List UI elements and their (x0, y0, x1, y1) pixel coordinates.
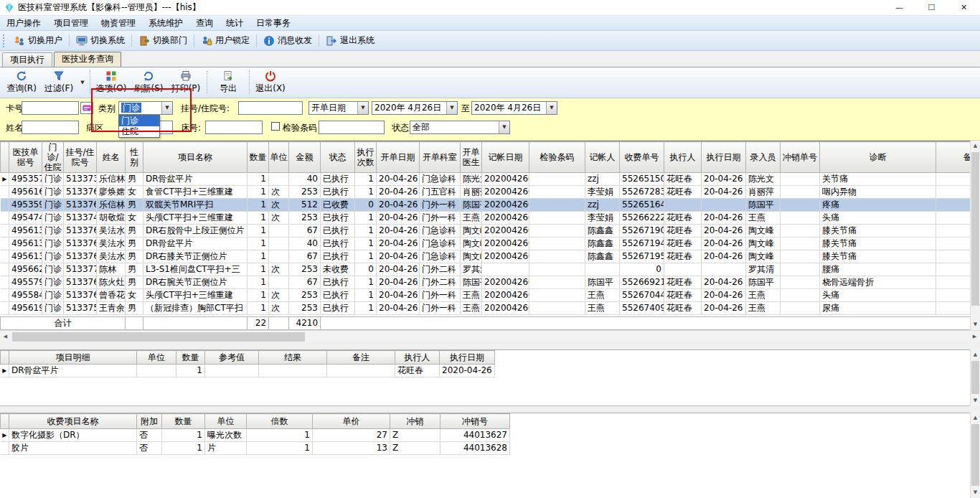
column-header[interactable]: 诊断 (820, 142, 936, 173)
column-header[interactable]: 单价 (313, 414, 390, 429)
cell[interactable]: 1 (248, 238, 269, 250)
cell[interactable]: 55267190 (620, 225, 664, 238)
cell[interactable] (936, 186, 971, 199)
cell[interactable]: 膝关节痛 (820, 225, 936, 238)
cell[interactable]: 男 (126, 250, 143, 263)
cell[interactable]: 55267044 (620, 289, 664, 302)
column-header[interactable]: 参考值 (205, 351, 259, 365)
column-header[interactable]: 记帐人 (585, 142, 620, 173)
cell[interactable]: 202004260 (482, 186, 529, 199)
cell[interactable]: 1 (248, 289, 269, 302)
cell[interactable]: 20-04-26 (702, 250, 746, 263)
cell[interactable]: 王燕 (461, 289, 482, 302)
cell[interactable]: 花旺春 (664, 276, 702, 289)
cell[interactable]: 253 (289, 212, 321, 225)
scroll-down-icon[interactable]: ▼ (971, 319, 980, 330)
date-to-picker[interactable]: 2020年 4月26日 ▼ (471, 101, 557, 115)
menu-query[interactable]: 查询 (189, 16, 220, 31)
scroll-down-icon[interactable]: ▼ (971, 395, 980, 406)
scroll-left-icon[interactable]: ◀ (0, 332, 11, 342)
cell[interactable] (781, 173, 820, 186)
chevron-down-icon[interactable]: ▼ (499, 121, 509, 133)
filter-button[interactable]: 过滤(F) (40, 68, 77, 97)
cell[interactable]: 王青余 (97, 302, 126, 315)
cell[interactable]: 女 (126, 289, 143, 302)
cell[interactable]: 1 (247, 429, 313, 442)
cell[interactable]: 202004260 (482, 238, 529, 250)
cell[interactable]: 陈鑫鑫 (585, 238, 620, 250)
cell[interactable]: 花旺春 (664, 250, 702, 263)
cell[interactable]: 2020-04-26 (440, 365, 495, 377)
cell[interactable]: 20-04-26 (377, 302, 420, 315)
cell[interactable]: 花旺春 (664, 238, 702, 250)
cell[interactable]: 花旺春 (395, 365, 440, 377)
table-row[interactable]: 4954741门诊5133749胡敬煊女头颅CT平扫+三维重建1次253已执行1… (1, 212, 971, 225)
cell[interactable]: 门急诊科 (420, 225, 461, 238)
column-header[interactable]: 结果 (259, 351, 327, 365)
cell[interactable]: 陈林 (97, 263, 126, 276)
cell[interactable]: 男 (126, 199, 143, 212)
scroll-up-icon[interactable]: ▲ (971, 413, 980, 423)
cell[interactable]: 乐信林 (97, 173, 126, 186)
cell[interactable]: 20-04-26 (377, 173, 420, 186)
cell[interactable]: 0 (620, 263, 664, 276)
cell[interactable] (781, 199, 820, 212)
cell[interactable] (269, 238, 289, 250)
cell[interactable]: 次 (269, 289, 289, 302)
menu-daily-affairs[interactable]: 日常事务 (250, 16, 297, 31)
column-header[interactable]: 单位 (137, 351, 176, 365)
column-header[interactable]: 门诊/住院 (42, 142, 64, 173)
column-header[interactable]: 录入员 (746, 142, 781, 173)
cell[interactable]: 4953578 (9, 173, 42, 186)
cell[interactable]: 陈国平 (746, 199, 781, 212)
cell[interactable] (936, 173, 971, 186)
cell[interactable]: 门外一科 (420, 302, 461, 315)
cell[interactable] (936, 250, 971, 263)
cell[interactable]: 4956133 (9, 225, 42, 238)
cell[interactable] (781, 238, 820, 250)
cell[interactable] (529, 225, 585, 238)
cell[interactable]: 门外一科 (420, 199, 461, 212)
cell[interactable]: 1 (355, 289, 377, 302)
cell[interactable]: 67 (289, 250, 321, 263)
cell[interactable] (936, 276, 971, 289)
cell[interactable] (529, 276, 585, 289)
column-header[interactable]: 开单日期 (377, 142, 420, 173)
cell[interactable]: 20-04-26 (377, 276, 420, 289)
cell[interactable]: 20-04-26 (702, 186, 746, 199)
cell[interactable]: 门诊 (42, 250, 64, 263)
cell[interactable]: 253 (289, 186, 321, 199)
column-header[interactable]: 数量 (248, 142, 269, 173)
column-header[interactable]: 项目明细 (9, 351, 137, 365)
cell[interactable]: 王燕 (461, 302, 482, 315)
cell[interactable]: 吴法水 (97, 250, 126, 263)
category-combobox[interactable]: 门诊 ▼ (118, 101, 173, 115)
column-header[interactable]: 执行人 (395, 351, 440, 365)
cell[interactable]: 陈国平 (461, 276, 482, 289)
scroll-right-icon[interactable]: ▶ (969, 332, 980, 342)
cell[interactable]: 头颅CT平扫+三维重建 (143, 289, 248, 302)
cell[interactable]: 腰痛 (820, 263, 936, 276)
table-row[interactable]: 4956135门诊5133764吴法水男DR右膝关节正侧位片167已执行120-… (1, 250, 971, 263)
cell[interactable]: 13 (313, 442, 390, 455)
cell[interactable]: 门外二科 (420, 276, 461, 289)
dropdown-option-inpatient[interactable]: 住院 (119, 126, 159, 137)
cell[interactable] (781, 212, 820, 225)
cell[interactable]: 门诊 (42, 238, 64, 250)
table-row[interactable]: 4956629门诊5133777陈林男L3-S1椎间盘CT平扫+三1次253未收… (1, 263, 971, 276)
column-header[interactable]: 数量 (176, 351, 205, 365)
cell[interactable]: 花旺春 (664, 225, 702, 238)
cell[interactable]: 1 (355, 250, 377, 263)
refresh-button[interactable]: 刷新(S) (130, 68, 167, 97)
cell[interactable]: 1 (162, 429, 205, 442)
cell[interactable]: 男 (126, 263, 143, 276)
menu-project-management[interactable]: 项目管理 (47, 16, 95, 31)
column-header[interactable]: 开单科室 (420, 142, 461, 173)
main-vertical-scrollbar[interactable]: ▲ ▼ (970, 141, 980, 330)
cell[interactable]: 王燕 (461, 212, 482, 225)
cell[interactable]: 次 (269, 186, 289, 199)
cell[interactable]: zzj (585, 199, 620, 212)
cell[interactable] (936, 238, 971, 250)
cell[interactable]: 202004260 (482, 199, 529, 212)
scroll-up-icon[interactable]: ▲ (971, 349, 980, 360)
